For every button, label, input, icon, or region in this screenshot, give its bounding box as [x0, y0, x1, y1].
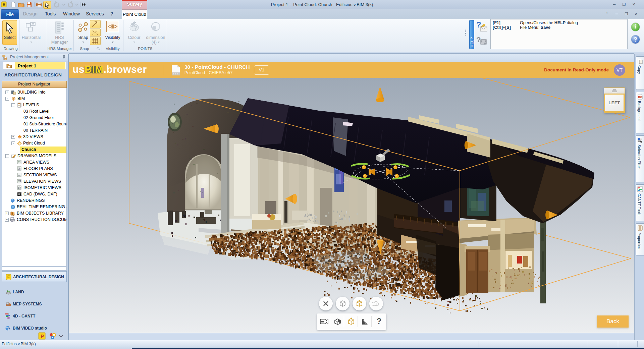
svg-text:P: P [41, 333, 44, 339]
svg-text:BG: BG [638, 96, 642, 99]
svg-text:3D: 3D [18, 136, 21, 139]
svg-text:?: ? [476, 36, 481, 44]
svg-text:E: E [3, 2, 5, 7]
svg-text:E: E [7, 275, 10, 279]
